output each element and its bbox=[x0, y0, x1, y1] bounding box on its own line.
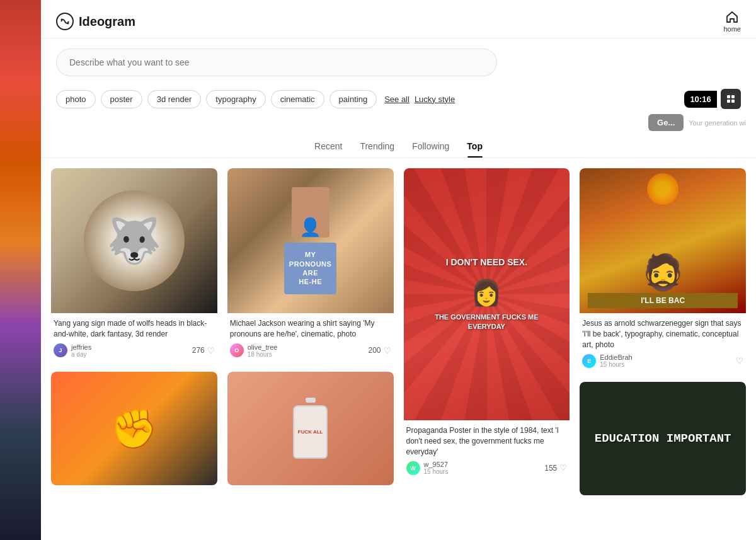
image-mj[interactable]: 👤 MYPRONOUNSAREHE-HE bbox=[227, 168, 394, 313]
avatar-w9527: W bbox=[406, 461, 420, 475]
tag-photo[interactable]: photo bbox=[56, 90, 96, 108]
card-desc-propaganda: Propaganda Poster in the style of 1984, … bbox=[406, 425, 568, 457]
image-propaganda[interactable]: I DON'T NEED SEX. 👩 THE GOVERNMENT FUCKS… bbox=[404, 168, 570, 420]
time-jesus: 15 hours bbox=[600, 361, 632, 368]
heart-icon-jesus[interactable]: ♡ bbox=[736, 356, 743, 365]
search-section bbox=[41, 38, 756, 84]
card-author-wolf: J jeffries a day bbox=[54, 343, 91, 358]
card-desc-wolf: Yang yang sign made of wolfs heads in bl… bbox=[54, 318, 215, 340]
svg-point-1 bbox=[61, 19, 63, 21]
time-mj: 18 hours bbox=[248, 351, 278, 358]
education-text: EDUCATION iMPORTANT bbox=[595, 431, 731, 447]
svg-rect-4 bbox=[731, 95, 735, 98]
image-card-mj: 👤 MYPRONOUNSAREHE-HE Michael Jackson wea… bbox=[227, 168, 394, 362]
propaganda-top: I DON'T NEED SEX. bbox=[446, 257, 527, 268]
jesus-badge-text: I'LL BE BAC bbox=[588, 293, 737, 308]
likes-count-mj: 200 bbox=[368, 346, 381, 355]
tab-following[interactable]: Following bbox=[412, 141, 449, 158]
card-info-propaganda: Propaganda Poster in the style of 1984, … bbox=[404, 420, 570, 479]
gallery-column-2: 👤 MYPRONOUNSAREHE-HE Michael Jackson wea… bbox=[227, 168, 394, 495]
card-desc-mj: Michael Jackson wearing a shirt saying '… bbox=[230, 318, 391, 340]
card-likes-mj: 200 ♡ bbox=[368, 346, 391, 355]
image-card-education: EDUCATION iMPORTANT bbox=[580, 382, 746, 495]
tag-cinematic[interactable]: cinematic bbox=[271, 90, 324, 108]
author-name-wolf: jeffries bbox=[71, 343, 91, 351]
header-right: home bbox=[723, 10, 741, 33]
card-meta-jesus: E EddieBrah 15 hours ♡ bbox=[582, 353, 743, 368]
propaganda-bottom: THE GOVERNMENT FUCKS ME EVERYDAY bbox=[421, 313, 553, 332]
card-meta-wolf: J jeffries a day 276 ♡ bbox=[54, 343, 215, 358]
svg-rect-6 bbox=[731, 100, 735, 103]
card-info-mj: Michael Jackson wearing a shirt saying '… bbox=[227, 313, 394, 362]
time-propaganda: 15 hours bbox=[424, 468, 449, 475]
card-info-wolf: Yang yang sign made of wolfs heads in bl… bbox=[51, 313, 217, 362]
image-card-bottle: FUCK ALL bbox=[227, 372, 394, 485]
avatar-eddiebrah: E bbox=[582, 354, 596, 368]
author-name-mj: olive_tree bbox=[248, 343, 278, 351]
image-card-hands: ✊ bbox=[51, 372, 217, 485]
image-card-propaganda: I DON'T NEED SEX. 👩 THE GOVERNMENT FUCKS… bbox=[404, 168, 570, 479]
card-likes-jesus: ♡ bbox=[733, 356, 743, 365]
gallery-column-3: I DON'T NEED SEX. 👩 THE GOVERNMENT FUCKS… bbox=[404, 168, 570, 495]
header: Ideogram home bbox=[41, 0, 756, 38]
mj-shirt-text: MYPRONOUNSAREHE-HE bbox=[284, 243, 337, 294]
gen-hint: Ge... Your generation wi bbox=[41, 114, 756, 134]
image-jesus[interactable]: 🧔 I'LL BE BAC bbox=[580, 168, 746, 313]
gallery-section: 🐺 Yang yang sign made of wolfs heads in … bbox=[41, 158, 756, 495]
image-bottle[interactable]: FUCK ALL bbox=[227, 372, 394, 485]
home-icon[interactable] bbox=[725, 10, 739, 24]
card-likes-wolf: 276 ♡ bbox=[192, 346, 215, 355]
card-desc-jesus: Jesus as arnold schwarzenegger sign that… bbox=[582, 318, 743, 350]
image-education[interactable]: EDUCATION iMPORTANT bbox=[580, 382, 746, 495]
author-block-jesus: EddieBrah 15 hours bbox=[600, 353, 632, 368]
svg-rect-3 bbox=[727, 95, 730, 98]
likes-count-propaganda: 155 bbox=[544, 464, 557, 473]
avatar-jeffries: J bbox=[54, 343, 67, 357]
heart-icon-wolf[interactable]: ♡ bbox=[207, 346, 215, 355]
tag-3d-render[interactable]: 3d render bbox=[147, 90, 202, 108]
gallery-grid: 🐺 Yang yang sign made of wolfs heads in … bbox=[51, 168, 746, 495]
card-author-mj: O olive_tree 18 hours bbox=[230, 343, 278, 358]
image-wolf[interactable]: 🐺 bbox=[51, 168, 217, 313]
home-label: home bbox=[723, 25, 741, 33]
card-likes-propaganda: 155 ♡ bbox=[544, 463, 567, 473]
author-block-mj: olive_tree 18 hours bbox=[248, 343, 278, 358]
heart-icon-mj[interactable]: ♡ bbox=[384, 346, 391, 355]
tag-poster[interactable]: poster bbox=[101, 90, 142, 108]
author-block-wolf: jeffries a day bbox=[71, 343, 91, 358]
see-all-link[interactable]: See all bbox=[384, 95, 410, 104]
image-hands[interactable]: ✊ bbox=[51, 372, 217, 485]
card-meta-mj: O olive_tree 18 hours 200 ♡ bbox=[230, 343, 391, 358]
card-info-jesus: Jesus as arnold schwarzenegger sign that… bbox=[580, 313, 746, 372]
lucky-style-link[interactable]: Lucky style bbox=[415, 95, 455, 104]
tab-top[interactable]: Top bbox=[467, 141, 483, 158]
time-wolf: a day bbox=[71, 351, 91, 358]
tag-typography[interactable]: typography bbox=[206, 90, 265, 108]
tab-trending[interactable]: Trending bbox=[360, 141, 394, 158]
card-author-jesus: E EddieBrah 15 hours bbox=[582, 353, 632, 368]
search-input[interactable] bbox=[56, 49, 497, 76]
logo-text: Ideogram bbox=[79, 14, 135, 29]
author-name-jesus: EddieBrah bbox=[600, 353, 632, 361]
likes-count-wolf: 276 bbox=[192, 346, 205, 355]
main-content: Ideogram home photo poster 3d render typ… bbox=[41, 0, 756, 540]
tab-recent[interactable]: Recent bbox=[314, 141, 342, 158]
image-card-wolf: 🐺 Yang yang sign made of wolfs heads in … bbox=[51, 168, 217, 362]
gallery-column-4: 🧔 I'LL BE BAC Jesus as arnold schwarzene… bbox=[580, 168, 746, 495]
bottle-label: FUCK ALL bbox=[298, 429, 323, 435]
avatar-olive: O bbox=[230, 343, 244, 357]
tabs-section: Recent Trending Following Top bbox=[41, 134, 756, 158]
card-author-propaganda: W w_9527 15 hours bbox=[406, 461, 449, 475]
generate-button[interactable]: Ge... bbox=[648, 114, 684, 131]
time-display: 10:16 bbox=[684, 91, 717, 108]
gallery-column-1: 🐺 Yang yang sign made of wolfs heads in … bbox=[51, 168, 217, 495]
left-sidebar bbox=[0, 0, 41, 540]
card-meta-propaganda: W w_9527 15 hours 155 ♡ bbox=[406, 461, 568, 475]
grid-icon-button[interactable] bbox=[721, 89, 741, 109]
heart-icon-propaganda[interactable]: ♡ bbox=[559, 463, 567, 473]
image-card-jesus: 🧔 I'LL BE BAC Jesus as arnold schwarzene… bbox=[580, 168, 746, 372]
svg-point-2 bbox=[67, 23, 69, 25]
tag-painting[interactable]: painting bbox=[329, 90, 377, 108]
logo-icon bbox=[56, 13, 74, 30]
gen-text: Your generation wi bbox=[689, 119, 746, 127]
